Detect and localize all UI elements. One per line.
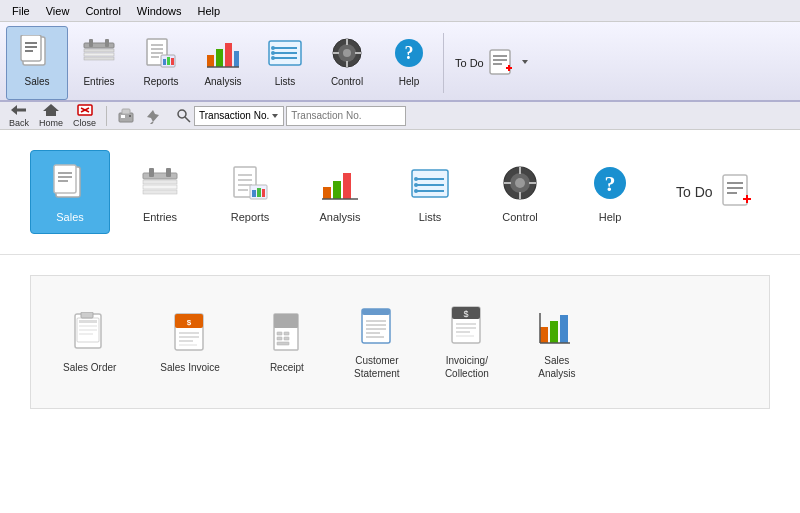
ribbon-entries-button[interactable]: Entries bbox=[68, 26, 130, 100]
submenu-sales-invoice-button[interactable]: $ Sales Invoice bbox=[148, 303, 231, 382]
svg-point-34 bbox=[271, 56, 275, 60]
svg-rect-131 bbox=[277, 342, 289, 345]
svg-point-98 bbox=[515, 178, 525, 188]
svg-rect-22 bbox=[171, 58, 174, 65]
svg-rect-39 bbox=[346, 61, 348, 67]
module-lists-label: Lists bbox=[419, 211, 442, 223]
svg-rect-128 bbox=[284, 332, 289, 335]
menu-help[interactable]: Help bbox=[189, 3, 228, 19]
module-sales-button[interactable]: Sales bbox=[30, 150, 110, 234]
svg-rect-11 bbox=[84, 57, 114, 60]
close-button[interactable]: Close bbox=[70, 101, 99, 130]
back-button[interactable]: Back bbox=[6, 101, 32, 130]
svg-rect-83 bbox=[257, 188, 261, 197]
module-help-label: Help bbox=[599, 211, 622, 223]
submenu-sales-order-button[interactable]: Sales Order bbox=[51, 303, 128, 382]
todo-dropdown-arrow[interactable] bbox=[520, 57, 530, 69]
svg-rect-41 bbox=[355, 52, 361, 54]
ribbon-entries-label: Entries bbox=[83, 76, 114, 87]
ribbon-sales-button[interactable]: Sales bbox=[6, 26, 68, 100]
print-button[interactable] bbox=[114, 106, 138, 126]
home-button[interactable]: Home bbox=[36, 101, 66, 130]
module-todo-label: To Do bbox=[676, 184, 713, 200]
module-sales-icon bbox=[48, 161, 92, 205]
sales-invoice-icon: $ bbox=[170, 311, 210, 355]
ribbon-help-button[interactable]: ? Help bbox=[378, 26, 440, 100]
module-entries-label: Entries bbox=[143, 211, 177, 223]
svg-point-60 bbox=[129, 115, 131, 117]
svg-rect-71 bbox=[143, 180, 177, 184]
menu-view[interactable]: View bbox=[38, 3, 78, 19]
svg-rect-142 bbox=[456, 323, 476, 325]
svg-rect-24 bbox=[216, 49, 223, 67]
svg-point-94 bbox=[414, 183, 418, 187]
ribbon-todo-button[interactable]: To Do bbox=[447, 26, 538, 100]
ribbon-lists-button[interactable]: Lists bbox=[254, 26, 316, 100]
svg-line-63 bbox=[185, 117, 190, 122]
svg-rect-145 bbox=[456, 335, 474, 337]
search-input[interactable] bbox=[286, 106, 406, 126]
svg-rect-100 bbox=[519, 192, 521, 199]
menu-control[interactable]: Control bbox=[77, 3, 128, 19]
search-icon bbox=[176, 108, 192, 124]
svg-rect-20 bbox=[163, 59, 166, 65]
svg-rect-117 bbox=[81, 312, 93, 318]
ribbon-control-button[interactable]: Control bbox=[316, 26, 378, 100]
submenu-invoicing-collection-button[interactable]: $ Invoicing/ Collection bbox=[432, 296, 502, 388]
svg-rect-84 bbox=[262, 189, 265, 197]
ribbon-todo-label: To Do bbox=[455, 57, 484, 69]
svg-rect-21 bbox=[167, 57, 170, 65]
module-control-label: Control bbox=[502, 211, 537, 223]
module-todo-button[interactable]: To Do bbox=[660, 163, 769, 221]
ribbon-control-label: Control bbox=[331, 76, 363, 87]
module-help-button[interactable]: ? Help bbox=[570, 150, 650, 234]
module-reports-button[interactable]: Reports bbox=[210, 150, 290, 234]
help-icon: ? bbox=[389, 33, 429, 73]
svg-marker-50 bbox=[522, 60, 528, 64]
svg-point-93 bbox=[414, 177, 418, 181]
ribbon-reports-button[interactable]: Reports bbox=[130, 26, 192, 100]
svg-rect-87 bbox=[343, 173, 351, 199]
svg-rect-133 bbox=[362, 309, 390, 315]
submenu-receipt-button[interactable]: Receipt bbox=[252, 303, 322, 382]
menu-windows[interactable]: Windows bbox=[129, 3, 190, 19]
module-sales-label: Sales bbox=[56, 211, 84, 223]
svg-rect-144 bbox=[456, 331, 470, 333]
module-reports-icon bbox=[228, 161, 272, 205]
module-help-icon: ? bbox=[588, 161, 632, 205]
module-analysis-button[interactable]: Analysis bbox=[300, 150, 380, 234]
svg-point-95 bbox=[414, 189, 418, 193]
svg-rect-113 bbox=[79, 325, 97, 327]
ribbon-analysis-button[interactable]: Analysis bbox=[192, 26, 254, 100]
module-area: Sales Entries bbox=[0, 130, 800, 255]
svg-rect-115 bbox=[79, 333, 93, 335]
svg-marker-64 bbox=[272, 114, 278, 118]
search-dropdown[interactable]: Transaction No. bbox=[194, 106, 284, 126]
submenu-receipt-label: Receipt bbox=[270, 361, 304, 374]
svg-rect-143 bbox=[456, 327, 476, 329]
module-analysis-icon bbox=[318, 161, 362, 205]
svg-text:?: ? bbox=[405, 43, 414, 63]
home-label: Home bbox=[39, 118, 63, 128]
svg-rect-75 bbox=[166, 168, 171, 177]
submenu-customer-statement-button[interactable]: Customer Statement bbox=[342, 296, 412, 388]
menu-file[interactable]: File bbox=[4, 3, 38, 19]
svg-rect-114 bbox=[79, 329, 97, 331]
svg-marker-53 bbox=[43, 104, 59, 116]
sales-icon bbox=[17, 33, 57, 73]
control-icon bbox=[327, 33, 367, 73]
submenu-sales-analysis-button[interactable]: Sales Analysis bbox=[522, 296, 592, 388]
module-control-icon bbox=[498, 161, 542, 205]
svg-rect-40 bbox=[333, 52, 339, 54]
module-entries-button[interactable]: Entries bbox=[120, 150, 200, 234]
module-lists-button[interactable]: Lists bbox=[390, 150, 470, 234]
svg-rect-13 bbox=[105, 39, 109, 47]
svg-rect-38 bbox=[346, 39, 348, 45]
svg-rect-74 bbox=[149, 168, 154, 177]
svg-text:?: ? bbox=[605, 171, 616, 196]
module-control-button[interactable]: Control bbox=[480, 150, 560, 234]
submenu-sales-invoice-label: Sales Invoice bbox=[160, 361, 219, 374]
pin-button[interactable] bbox=[142, 106, 164, 126]
quick-access-bar: Back Home Close Transaction No. bbox=[0, 102, 800, 130]
lists-icon bbox=[265, 33, 305, 73]
